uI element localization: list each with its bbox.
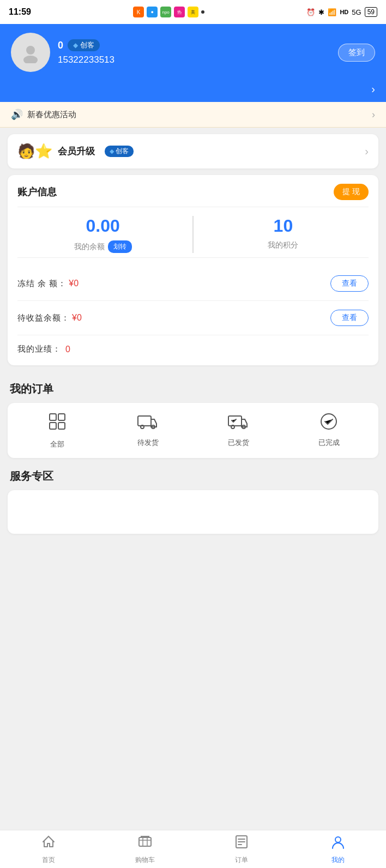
frozen-balance-row: 冻结 余 额： ¥0 查看 [17, 267, 369, 301]
points-item: 10 我的积分 [198, 216, 369, 253]
member-arrow: › [365, 145, 369, 158]
nav-label-mine: 我的 [331, 855, 345, 865]
orders-section-title: 我的订单 [0, 372, 386, 403]
profile-nav-arrow: › [371, 83, 375, 95]
status-icons: ⏰ ✱ 📶 HD 5G 59 [306, 7, 377, 17]
balance-divider [17, 257, 369, 258]
profile-left: 0 ◆ 创客 15322233513 [11, 33, 114, 72]
profile-count: 0 [58, 40, 63, 51]
nav-item-mine[interactable]: 我的 [290, 834, 386, 865]
cart-icon [137, 834, 153, 853]
frozen-value: ¥0 [69, 279, 79, 288]
balance-item: 0.00 我的余额 划转 [17, 216, 188, 253]
order-label-all: 全部 [50, 439, 64, 449]
transfer-button[interactable]: 划转 [108, 240, 132, 253]
nav-item-home[interactable]: 首页 [0, 834, 96, 865]
svg-rect-13 [139, 837, 151, 846]
checkin-label: 签到 [348, 47, 365, 58]
account-header: 账户信息 提 现 [17, 184, 369, 200]
services-card [8, 490, 378, 534]
orders-icon [234, 834, 249, 853]
order-item-shipped[interactable]: 已发货 [193, 412, 284, 448]
banner-arrow: › [372, 109, 375, 120]
points-label: 我的积分 [268, 240, 298, 250]
member-badge: ◆ 创客 [105, 146, 134, 157]
frozen-label: 冻结 余 额： [17, 279, 67, 289]
svg-rect-2 [50, 414, 56, 420]
member-badge-label: 创客 [116, 147, 129, 156]
profile-top-row: 0 ◆ 创客 [58, 39, 114, 51]
svg-point-0 [26, 46, 35, 55]
alarm-icon: ⏰ [306, 8, 315, 16]
app-icon-k: K [133, 7, 144, 17]
svg-point-21 [335, 837, 341, 842]
balance-label: 我的余额 [74, 242, 105, 252]
home-icon [41, 834, 56, 853]
order-label-completed: 已完成 [318, 438, 340, 448]
nav-item-cart[interactable]: 购物车 [96, 834, 193, 865]
orders-row: 全部 待发货 [12, 412, 374, 449]
hd-icon: HD [340, 9, 348, 15]
order-label-pending-ship: 待发货 [137, 438, 159, 448]
member-diamond-icon: ◆ [110, 148, 114, 155]
balance-row: 0.00 我的余额 划转 10 我的积分 [17, 216, 369, 253]
frozen-view-button[interactable]: 查看 [330, 275, 369, 292]
performance-row: 我的业绩： 0 [17, 335, 369, 357]
profile-arrow-row[interactable]: › [0, 83, 386, 102]
order-item-pending-ship[interactable]: 待发货 [102, 412, 193, 448]
app-icon-green: npo [160, 7, 171, 17]
app-icon-cam: ● [147, 7, 158, 17]
avatar [11, 33, 50, 72]
account-info-card: 账户信息 提 现 0.00 我的余额 划转 10 我的积分 冻结 余 额： ¥0… [8, 175, 378, 365]
vertical-divider [192, 216, 194, 253]
svg-point-7 [141, 425, 144, 429]
mine-icon [330, 834, 346, 853]
order-item-all[interactable]: 全部 [12, 412, 102, 449]
pending-ship-icon [137, 412, 159, 433]
vip-label: 创客 [80, 40, 94, 50]
svg-rect-3 [58, 414, 65, 420]
status-apps: K ● npo 热 美 [133, 7, 204, 17]
member-left: 🧑‍⭐ 会员升级 ◆ 创客 [17, 143, 134, 160]
member-upgrade-title: 会员升级 [58, 145, 95, 158]
services-section: 服务专区 [0, 465, 386, 534]
signal-icon: 5G [352, 8, 361, 16]
battery-icon: 59 [365, 7, 377, 17]
profile-phone: 15322233513 [58, 55, 114, 65]
member-row[interactable]: 🧑‍⭐ 会员升级 ◆ 创客 › [17, 143, 369, 160]
speaker-icon: 🔊 [11, 108, 23, 120]
performance-value: 0 [65, 345, 70, 354]
svg-rect-5 [58, 423, 65, 429]
pending-value: ¥0 [72, 313, 82, 323]
account-title: 账户信息 [17, 185, 57, 198]
withdraw-button[interactable]: 提 现 [334, 184, 369, 200]
services-section-title: 服务专区 [0, 465, 386, 490]
pending-balance-row: 待收益余额： ¥0 查看 [17, 301, 369, 335]
notification-dot [201, 10, 204, 14]
all-orders-icon [47, 412, 67, 435]
member-upgrade-card: 🧑‍⭐ 会员升级 ◆ 创客 › [8, 134, 378, 168]
svg-point-10 [231, 425, 234, 429]
svg-point-1 [23, 56, 38, 63]
member-icon: 🧑‍⭐ [17, 143, 52, 160]
shipped-icon [227, 412, 249, 433]
pending-view-button[interactable]: 查看 [330, 310, 369, 326]
balance-amount: 0.00 [86, 216, 119, 236]
pending-label: 待收益余额： [17, 313, 70, 323]
account-divider [17, 207, 369, 207]
app-icon-meituan: 美 [188, 7, 198, 17]
diamond-icon: ◆ [73, 41, 78, 49]
nav-label-cart: 购物车 [135, 855, 155, 865]
svg-rect-4 [50, 423, 56, 429]
performance-label: 我的业绩： [17, 344, 61, 354]
vip-badge: ◆ 创客 [68, 39, 100, 51]
svg-rect-6 [138, 416, 151, 426]
order-label-shipped: 已发货 [228, 438, 249, 448]
completed-icon [319, 412, 339, 433]
checkin-button[interactable]: 签到 [338, 44, 375, 62]
promo-banner[interactable]: 🔊 新春优惠活动 › [0, 102, 386, 128]
nav-item-orders[interactable]: 订单 [193, 834, 290, 865]
bottom-nav: 首页 购物车 订单 [0, 830, 386, 868]
orders-section: 我的订单 全部 [0, 372, 386, 458]
order-item-completed[interactable]: 已完成 [284, 412, 374, 448]
